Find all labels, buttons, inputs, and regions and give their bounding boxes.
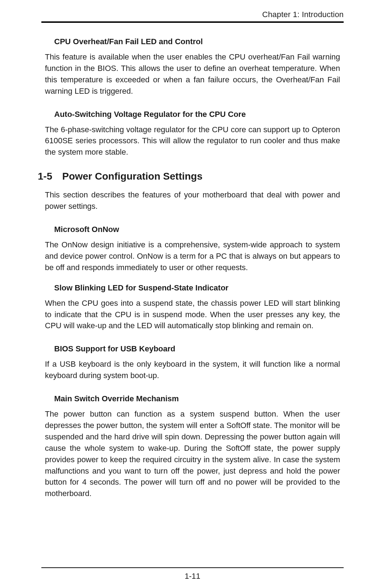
footer-rule <box>41 567 344 568</box>
subheading-main-switch-override: Main Switch Override Mechanism <box>54 394 340 403</box>
subheading-slow-blink-led: Slow Blinking LED for Suspend-State Indi… <box>54 283 340 293</box>
paragraph: The power button can function as a syste… <box>45 408 340 499</box>
running-header: Chapter 1: Introduction <box>41 10 344 19</box>
paragraph: This feature is available when the user … <box>45 51 340 97</box>
section-number: 1-5 <box>38 171 52 182</box>
paragraph: If a USB keyboard is the only keyboard i… <box>45 359 340 381</box>
document-page: Chapter 1: Introduction CPU Overheat/Fan… <box>0 0 385 588</box>
subheading-cpu-overheat: CPU Overheat/Fan Fail LED and Control <box>54 37 340 46</box>
paragraph: The 6-phase-switching voltage regulator … <box>45 124 340 158</box>
page-content: CPU Overheat/Fan Fail LED and Control Th… <box>41 23 344 499</box>
subheading-voltage-regulator: Auto-Switching Voltage Regulator for the… <box>54 110 340 119</box>
paragraph: When the CPU goes into a suspend state, … <box>45 298 340 332</box>
footer-rule-wrap <box>41 567 344 568</box>
paragraph: This section describes the features of y… <box>45 189 340 212</box>
paragraph: The OnNow design initiative is a compreh… <box>45 239 340 273</box>
page-number: 1-11 <box>0 572 385 581</box>
section-title: Power Configuration Settings <box>62 171 202 182</box>
subheading-bios-usb-keyboard: BIOS Support for USB Keyboard <box>54 344 340 354</box>
section-heading-row: 1-5 Power Configuration Settings <box>38 171 340 182</box>
subheading-onnow: Microsoft OnNow <box>54 225 340 234</box>
